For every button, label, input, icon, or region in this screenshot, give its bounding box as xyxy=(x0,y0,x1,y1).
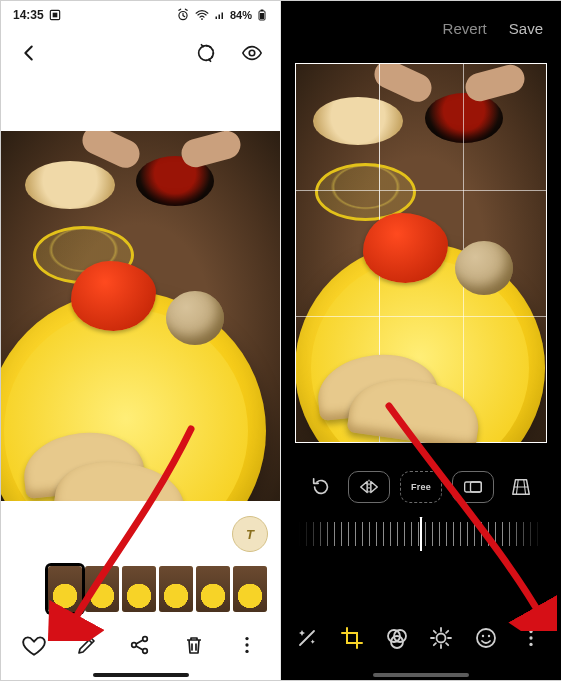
pencil-icon xyxy=(75,633,99,657)
svg-point-11 xyxy=(143,649,148,654)
flip-horizontal-button[interactable] xyxy=(348,471,390,503)
edit-button[interactable] xyxy=(67,625,107,665)
save-button[interactable]: Save xyxy=(509,20,543,37)
rotate-ccw-icon xyxy=(310,476,332,498)
filters-icon xyxy=(385,626,409,650)
svg-point-21 xyxy=(477,629,495,647)
status-time: 14:35 xyxy=(13,8,44,22)
svg-point-20 xyxy=(437,634,446,643)
svg-rect-5 xyxy=(261,10,264,12)
free-ratio-button[interactable]: Free xyxy=(400,471,442,503)
editor-mode-bar xyxy=(281,610,561,666)
wifi-icon xyxy=(194,8,210,22)
photo-viewport[interactable] xyxy=(1,131,280,501)
svg-point-22 xyxy=(482,635,484,637)
svg-point-25 xyxy=(529,636,532,639)
svg-point-8 xyxy=(249,50,255,56)
thumbnail[interactable] xyxy=(48,566,82,612)
share-icon xyxy=(128,633,152,657)
gallery-viewer-screen: 14:35 84% xyxy=(1,1,281,680)
bixby-vision-chip[interactable]: T xyxy=(232,516,268,552)
flip-horizontal-icon xyxy=(358,479,380,495)
gesture-bar xyxy=(93,673,189,677)
aspect-ratio-icon xyxy=(463,480,483,494)
remaster-icon xyxy=(195,42,217,64)
more-vertical-icon xyxy=(520,627,542,649)
svg-rect-1 xyxy=(52,13,57,18)
delete-button[interactable] xyxy=(174,625,214,665)
svg-point-9 xyxy=(132,643,137,648)
thumbnail[interactable] xyxy=(85,566,119,612)
mode-more[interactable] xyxy=(513,620,549,656)
svg-rect-6 xyxy=(260,13,264,19)
mode-stickers[interactable] xyxy=(468,620,504,656)
thumbnail-strip[interactable]: T xyxy=(1,560,280,618)
sun-icon xyxy=(429,626,453,650)
svg-point-3 xyxy=(201,18,203,20)
svg-point-13 xyxy=(246,643,249,646)
eye-icon xyxy=(240,42,264,64)
revert-button[interactable]: Revert xyxy=(443,20,487,37)
mode-filters[interactable] xyxy=(379,620,415,656)
share-button[interactable] xyxy=(120,625,160,665)
svg-rect-15 xyxy=(465,482,482,492)
signal-icon xyxy=(214,8,226,22)
svg-point-10 xyxy=(143,637,148,642)
vision-button[interactable] xyxy=(236,37,268,69)
svg-point-14 xyxy=(246,650,249,653)
remaster-button[interactable] xyxy=(190,37,222,69)
favorite-button[interactable] xyxy=(14,625,54,665)
thumbnail[interactable] xyxy=(122,566,156,612)
viewer-action-bar xyxy=(1,616,280,680)
aspect-ratio-button[interactable] xyxy=(452,471,494,503)
rotation-ruler[interactable] xyxy=(299,517,543,551)
crop-icon xyxy=(340,626,364,650)
status-indicators: 84% xyxy=(176,8,268,22)
svg-point-12 xyxy=(246,637,249,640)
svg-point-24 xyxy=(529,630,532,633)
thumbnail[interactable] xyxy=(196,566,230,612)
photo-editor-screen: Revert Save xyxy=(281,1,561,680)
more-button[interactable] xyxy=(227,625,267,665)
chevron-left-icon xyxy=(18,42,40,64)
smiley-icon xyxy=(474,626,498,650)
mode-adjust[interactable] xyxy=(423,620,459,656)
svg-point-23 xyxy=(488,635,490,637)
back-button[interactable] xyxy=(13,37,45,69)
crop-toolbar: Free xyxy=(281,463,561,511)
svg-point-26 xyxy=(529,643,532,646)
battery-percent: 84% xyxy=(230,9,252,21)
gesture-bar xyxy=(373,673,469,677)
thumbnail[interactable] xyxy=(159,566,193,612)
mode-crop[interactable] xyxy=(334,620,370,656)
perspective-button[interactable] xyxy=(504,470,538,504)
battery-icon xyxy=(256,8,268,22)
thumbnail[interactable] xyxy=(233,566,267,612)
more-vertical-icon xyxy=(236,634,258,656)
trash-icon xyxy=(182,633,206,657)
alarm-icon xyxy=(176,8,190,22)
editor-top-bar: Revert Save xyxy=(281,1,561,55)
heart-icon xyxy=(21,632,47,658)
perspective-icon xyxy=(510,476,532,498)
mode-auto[interactable] xyxy=(289,620,325,656)
screenshot-indicator-icon xyxy=(48,8,62,22)
svg-rect-16 xyxy=(471,482,482,492)
rotate-button[interactable] xyxy=(304,470,338,504)
status-bar: 14:35 84% xyxy=(1,1,280,29)
viewer-top-bar xyxy=(1,29,280,77)
crop-frame[interactable] xyxy=(295,63,547,443)
ruler-indicator-icon xyxy=(416,517,426,519)
svg-point-7 xyxy=(199,46,214,61)
magic-icon xyxy=(295,626,319,650)
